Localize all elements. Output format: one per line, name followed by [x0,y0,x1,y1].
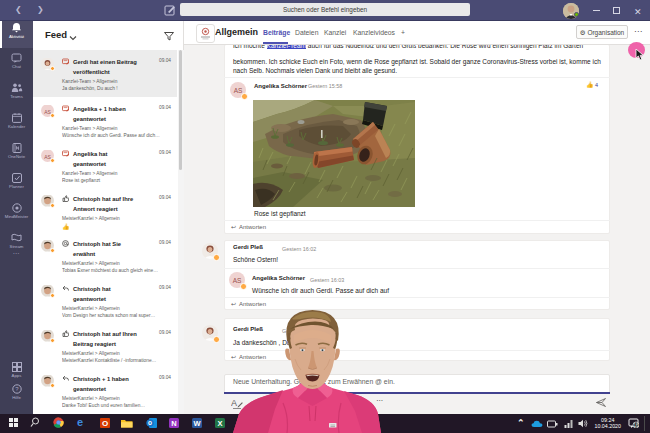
svg-text:W: W [193,419,201,428]
svg-text:N: N [171,419,176,428]
svg-text:16: 16 [633,423,639,428]
svg-text:?: ? [15,386,19,392]
svg-text:O: O [102,419,108,428]
svg-text:o: o [148,419,152,426]
svg-text:X: X [217,419,222,428]
